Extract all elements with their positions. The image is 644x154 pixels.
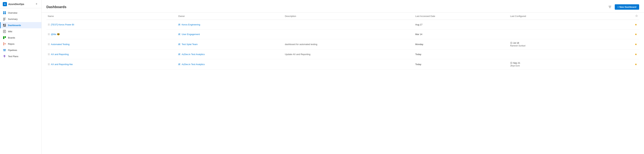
sidebar-item-label: Pipelines <box>8 49 17 51</box>
svg-rect-13 <box>4 31 5 31</box>
cell-last-configured <box>509 20 616 29</box>
filter-button[interactable] <box>607 4 613 10</box>
cell-description <box>284 29 414 39</box>
cell-last-accessed: Aug 17 <box>414 20 509 29</box>
dash-icon: ☷ <box>48 33 50 36</box>
sidebar-item-summary[interactable]: Summary <box>0 16 42 22</box>
sidebar-item-boards[interactable]: Boards <box>0 35 42 41</box>
owner-link[interactable]: User Engagement <box>178 33 282 36</box>
repos-icon <box>3 42 6 46</box>
star-button[interactable]: ★ <box>634 62 638 67</box>
svg-rect-11 <box>3 26 6 27</box>
wiki-icon <box>3 30 6 33</box>
dash-icon: ☷ <box>48 23 50 26</box>
sidebar-item-dashboards[interactable]: Dashboards <box>0 22 42 28</box>
dashboards-table-container: Name Owner Description Last Accessed Dat… <box>42 13 644 154</box>
dashboards-table: Name Owner Description Last Accessed Dat… <box>46 13 639 70</box>
configured-date-text: Sep 21 <box>513 62 520 64</box>
cell-star: ★ <box>616 39 639 50</box>
dashboards-icon <box>3 23 6 27</box>
svg-rect-0 <box>3 11 4 13</box>
cell-last-configured <box>509 29 616 39</box>
sidebar-item-overview[interactable]: Overview <box>0 10 42 16</box>
page-title: Dashboards <box>46 5 66 9</box>
clock-icon <box>510 42 512 44</box>
col-header-last-accessed: Last Accessed Date <box>414 13 509 20</box>
owner-name: User Engagement <box>182 33 200 36</box>
svg-rect-4 <box>3 18 6 18</box>
new-dashboard-button[interactable]: + New Dashboard <box>615 4 639 10</box>
dashboard-link[interactable]: ☷[TEST] Keros Power BI <box>48 23 175 26</box>
logo-icon: A <box>3 2 7 6</box>
sidebar-item-repos[interactable]: Repos <box>0 41 42 47</box>
team-icon <box>178 53 180 56</box>
owner-link[interactable]: Keros Engineering <box>178 23 282 26</box>
sidebar-item-wiki[interactable]: Wiki <box>0 28 42 35</box>
dashboard-link[interactable]: ☷Automated Testing <box>48 43 175 46</box>
test-plans-icon <box>3 55 6 58</box>
cell-owner: Keros Engineering <box>177 20 284 29</box>
star-header-icon <box>635 15 638 17</box>
col-header-name: Name <box>46 13 177 20</box>
dashboard-link[interactable]: ☷AX and Reporting-Nw <box>48 63 175 66</box>
cell-name: ☷AX and Reporting-Nw <box>46 59 177 70</box>
table-row: ☷Automated TestingTest Xplat Teamdashboa… <box>46 39 639 50</box>
svg-rect-5 <box>3 19 5 19</box>
star-button[interactable]: ★ <box>634 42 638 47</box>
owner-name: AzDev.in Test Analytics <box>182 63 205 66</box>
table-row: ☷AX and Reporting-NwAzDev.in Test Analyt… <box>46 59 639 70</box>
cell-last-configured <box>509 50 616 59</box>
sidebar-item-label: Overview <box>8 11 17 14</box>
star-button[interactable]: ★ <box>634 32 638 37</box>
sidebar-item-pipelines[interactable]: Pipelines <box>0 47 42 53</box>
svg-point-18 <box>3 42 4 43</box>
svg-point-30 <box>180 54 180 54</box>
team-icon <box>178 63 180 66</box>
team-icon <box>178 43 180 46</box>
boards-icon <box>3 36 6 39</box>
owner-name: Keros Engineering <box>182 23 200 26</box>
col-header-owner: Owner <box>177 13 284 20</box>
svg-point-24 <box>179 33 180 34</box>
table-row: ☷[TEST] Keros Power BIKeros EngineeringA… <box>46 20 639 29</box>
sidebar-item-label: Dashboards <box>8 24 21 27</box>
svg-rect-14 <box>4 31 5 32</box>
cell-owner: User Engagement <box>177 29 284 39</box>
clock-icon <box>510 62 512 64</box>
svg-point-29 <box>179 53 180 54</box>
dashboard-name: [TEST] Keros Power BI <box>51 23 74 26</box>
team-icon <box>178 33 180 36</box>
svg-point-22 <box>179 24 180 24</box>
star-button[interactable]: ★ <box>634 52 638 57</box>
add-project-button[interactable]: + <box>34 2 38 6</box>
cell-owner: Test Xplat Team <box>177 39 284 50</box>
sidebar-item-label: Repos <box>8 43 14 45</box>
svg-point-32 <box>180 64 180 64</box>
dashboard-name: Automated Testing <box>51 43 70 46</box>
dashboard-link[interactable]: ☷@Me 😎 <box>48 33 175 36</box>
cell-star: ★ <box>616 29 639 39</box>
owner-link[interactable]: AzDev.in Test Analytics <box>178 53 282 56</box>
sidebar-item-test-plans[interactable]: Test Plans <box>0 53 42 59</box>
cell-description: Update AX and Reporting <box>284 50 414 59</box>
cell-description <box>284 59 414 70</box>
cell-name: ☷AX and Reporting <box>46 50 177 59</box>
col-header-last-configured: Last Configured <box>509 13 616 20</box>
table-row: ☷@Me 😎User EngagementMar 14★ <box>46 29 639 39</box>
svg-point-27 <box>180 44 180 44</box>
svg-rect-2 <box>3 13 4 14</box>
owner-link[interactable]: Test Xplat Team <box>178 43 282 46</box>
cell-name: ☷@Me 😎 <box>46 29 177 39</box>
svg-rect-3 <box>5 13 6 14</box>
star-button[interactable]: ★ <box>634 22 638 27</box>
owner-link[interactable]: AzDev.in Test Analytics <box>178 63 282 66</box>
dashboard-name: @Me 😎 <box>51 33 60 36</box>
pipelines-icon <box>3 48 6 52</box>
sidebar-item-label: Test Plans <box>8 55 18 58</box>
dashboard-link[interactable]: ☷AX and Reporting <box>48 53 175 56</box>
cell-owner: AzDev.in Test Analytics <box>177 50 284 59</box>
cell-name: ☷Automated Testing <box>46 39 177 50</box>
sidebar-item-label: Summary <box>8 18 18 20</box>
configured-user-text: Ramesh Sunkari <box>510 45 614 47</box>
team-icon <box>178 23 180 26</box>
